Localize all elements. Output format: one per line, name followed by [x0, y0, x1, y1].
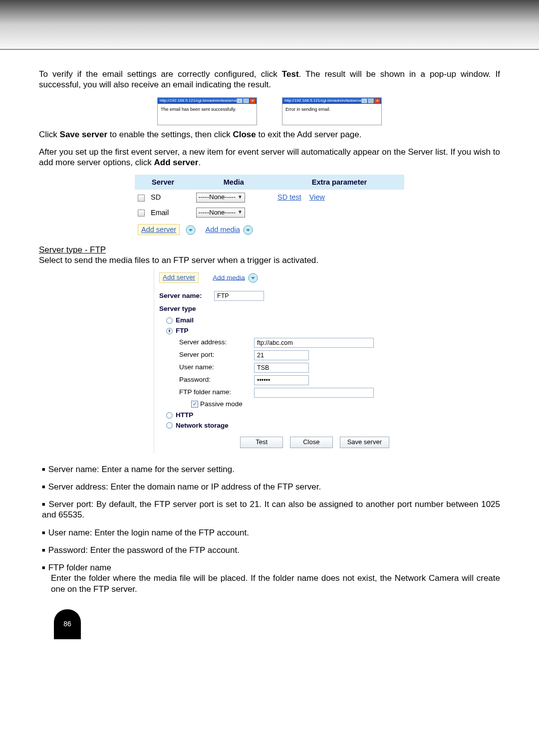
link-sd-test[interactable]: SD test	[277, 193, 301, 201]
page-number: 86	[54, 609, 81, 639]
popup-screenshots: http://192.168.5.121/cgi-bin/admin/tests…	[39, 97, 500, 125]
radio-label: Email	[176, 316, 194, 325]
add-server-button[interactable]: Add server	[138, 224, 180, 235]
list-item: FTP folder nameEnter the folder where th…	[42, 562, 500, 594]
input-ftp-folder[interactable]	[254, 388, 374, 398]
paragraph-save-close: Click Save server to enable the settings…	[39, 129, 500, 140]
checkbox-passive-mode[interactable]	[191, 401, 198, 408]
close-button[interactable]: Close	[290, 437, 333, 448]
text: After you set up the first event server,…	[39, 147, 500, 167]
label-user-name: User name:	[179, 363, 254, 372]
label-passive-mode: Passive mode	[200, 400, 243, 409]
media-select-email[interactable]: -----None-----▼	[196, 208, 245, 218]
label-server-type: Server type	[159, 305, 393, 313]
save-server-button[interactable]: Save server	[340, 437, 389, 448]
label-server-name: Server name:	[159, 292, 214, 300]
checkbox-sd[interactable]	[138, 195, 145, 202]
ftp-form: Add server Add media Server name: FTP Se…	[154, 268, 398, 453]
list-item: Server port: By default, the FTP server …	[42, 499, 500, 520]
input-server-address[interactable]: ftp://abc.com	[254, 338, 374, 348]
add-media-link[interactable]: Add media	[206, 226, 240, 234]
link-view[interactable]: View	[309, 193, 325, 201]
radio-label: FTP	[176, 327, 189, 335]
text: To verify if the email settings are corr…	[39, 69, 282, 79]
header-gradient	[0, 0, 539, 50]
list-item-head: FTP folder name	[48, 563, 111, 572]
list-item: Server address: Enter the domain name or…	[42, 482, 500, 492]
label-ftp-folder: FTP folder name:	[179, 388, 254, 397]
cell-name: Email	[148, 205, 193, 220]
popup-titlebar: http://192.168.5.121/cgi-bin/admin/tests…	[282, 98, 381, 104]
chevron-down-icon: ▼	[238, 194, 243, 201]
select-value: -----None-----	[199, 209, 236, 217]
intro-paragraph: To verify if the email settings are corr…	[39, 69, 500, 90]
maximize-icon: □	[243, 98, 249, 103]
popup-titlebar: http://192.168.5.121/cgi-bin/admin/tests…	[158, 98, 257, 104]
ftp-fields: Server address:ftp://abc.com Server port…	[179, 338, 393, 409]
server-list-table: Server Media Extra parameter SD -----Non…	[135, 175, 404, 238]
text-bold: Save server	[60, 130, 107, 139]
down-arrow-icon	[248, 273, 258, 283]
minimize-icon: -	[361, 98, 367, 103]
radio-label: HTTP	[176, 411, 193, 420]
radio-email[interactable]: Email	[166, 316, 393, 325]
section-desc: Select to send the media files to an FTP…	[39, 255, 500, 265]
add-server-button[interactable]: Add server	[159, 272, 199, 283]
down-arrow-icon	[243, 225, 253, 235]
text: to enable the settings, then click	[107, 130, 233, 139]
radio-icon	[166, 412, 173, 419]
close-icon: ×	[374, 98, 380, 103]
text: .	[198, 158, 201, 167]
cell-name: SD	[148, 190, 193, 205]
popup-title-text: http://192.168.5.121/cgi-bin/admin/tests…	[284, 98, 361, 103]
list-item: User name: Enter the login name of the F…	[42, 527, 500, 538]
media-select-sd[interactable]: -----None-----▼	[196, 193, 245, 203]
radio-ftp[interactable]: FTP	[166, 327, 393, 335]
input-server-port[interactable]: 21	[254, 350, 309, 360]
col-server: Server	[148, 175, 193, 190]
list-item: Server name: Enter a name for the server…	[42, 464, 500, 475]
table-row: SD -----None-----▼ SD test View	[135, 190, 404, 205]
label-password: Password:	[179, 376, 254, 384]
table-row: Email -----None-----▼	[135, 205, 404, 220]
text-bold: Add server	[154, 158, 199, 167]
down-arrow-icon	[186, 225, 196, 235]
popup-success: http://192.168.5.121/cgi-bin/admin/tests…	[157, 97, 257, 125]
list-item-body: Enter the folder where the media file wi…	[51, 573, 500, 594]
radio-icon	[166, 317, 173, 324]
input-server-name[interactable]: FTP	[214, 291, 264, 301]
table-row-add: Add server Add media	[135, 220, 404, 238]
text: to exit the Add server page.	[256, 130, 362, 139]
radio-label: Network storage	[176, 422, 229, 430]
section-heading-ftp: Server type - FTP	[39, 245, 500, 255]
description-list: Server name: Enter a name for the server…	[42, 464, 500, 594]
text-bold: Test	[282, 69, 299, 79]
label-server-address: Server address:	[179, 338, 254, 347]
close-icon: ×	[250, 98, 256, 103]
minimize-icon: -	[237, 98, 243, 103]
text: Click	[39, 130, 60, 139]
input-user-name[interactable]: TSB	[254, 363, 309, 373]
popup-body-text: Error in sending email.	[282, 104, 381, 125]
popup-error: http://192.168.5.121/cgi-bin/admin/tests…	[282, 97, 382, 125]
col-media: Media	[193, 175, 274, 190]
maximize-icon: □	[368, 98, 374, 103]
chevron-down-icon: ▼	[238, 209, 243, 216]
radio-icon	[166, 328, 173, 334]
label-server-port: Server port:	[179, 351, 254, 359]
popup-title-text: http://192.168.5.121/cgi-bin/admin/tests…	[160, 98, 237, 103]
list-item: Password: Enter the password of the FTP …	[42, 545, 500, 555]
radio-http[interactable]: HTTP	[166, 411, 393, 420]
select-value: -----None-----	[199, 193, 236, 201]
radio-icon	[166, 422, 173, 429]
test-button[interactable]: Test	[240, 437, 283, 448]
popup-body-text: The email has been sent successfully.	[158, 104, 257, 125]
checkbox-email[interactable]	[138, 210, 145, 217]
page-content: To verify if the email settings are corr…	[0, 50, 539, 639]
col-extra: Extra parameter	[274, 175, 404, 190]
text-bold: Close	[233, 130, 256, 139]
radio-network-storage[interactable]: Network storage	[166, 422, 393, 430]
add-media-link[interactable]: Add media	[213, 273, 245, 281]
input-password[interactable]: ••••••	[254, 375, 309, 385]
paragraph-add-server: After you set up the first event server,…	[39, 147, 500, 168]
